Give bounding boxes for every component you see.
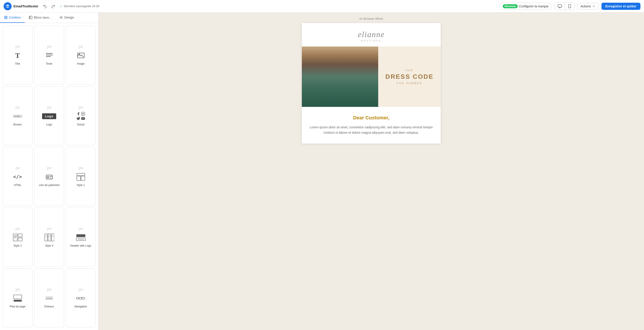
mobile-view-button[interactable] [565,3,574,10]
design-icon [59,16,63,19]
email-preview: elianne BOUTIQUE OUR DRESS CODE FOR SUMM… [302,23,441,144]
undo-redo-area [41,2,57,10]
drag-handle [79,289,83,292]
hero-text-panel: OUR DRESS CODE FOR SUMMER [378,46,441,107]
logo-label: Logo [46,123,52,126]
left-panel: Contenu Blocs sauv... Design T [0,12,98,330]
navigation-icon [76,294,86,303]
style1-label: Style 1 [76,183,85,187]
drag-handle [47,167,51,170]
block-lien-paiement[interactable]: Lien de paiement [34,147,64,206]
svg-rect-28 [18,238,22,241]
tab-bar: Contenu Blocs sauv... Design [0,12,98,23]
texte-icon [45,51,53,60]
main-area: Contenu Blocs sauv... Design T [0,12,644,330]
block-html[interactable]: </> HTML [3,147,32,206]
block-titre[interactable]: T Titre [3,26,32,85]
block-logo[interactable]: Logo Logo [34,86,64,145]
device-toggle [555,2,574,10]
svg-rect-24 [77,176,80,180]
canvas-area: Im Browser öffnen elianne BOUTIQUE OUR [98,12,644,330]
svg-rect-41 [14,295,22,299]
actions-label: Actions [581,4,591,8]
svg-rect-33 [48,234,51,241]
diviseur-icon [45,294,54,303]
svg-rect-21 [47,177,49,178]
browser-link[interactable]: Im Browser öffnen [360,17,383,20]
block-navigation[interactable]: Navigation [66,269,96,327]
drag-handle [47,228,51,231]
titre-label: Titre [15,62,20,65]
diviseur-label: Diviseur [44,305,54,308]
save-status: ✓ Dernière sauvegarde 16:28 [60,4,99,8]
tab-design[interactable]: Design [55,12,78,23]
topbar: EmailTooltester ✓ Dernière sauvegarde 16… [0,0,644,12]
drag-handle [79,46,83,49]
tab-contenu[interactable]: Contenu [0,12,25,23]
email-hero: OUR DRESS CODE FOR SUMMER [302,46,441,107]
hero-big: DRESS CODE [385,73,434,80]
block-header-logo[interactable]: Header with Logo [66,208,96,267]
brand-name: elianne [358,30,385,39]
bouton-label: Bouton [13,123,22,126]
style2-label: Style 2 [14,244,22,247]
style3-label: Style 3 [45,244,53,247]
block-style2[interactable]: Style 2 [3,208,32,267]
logo-icon: Logo [42,112,56,121]
drag-handle [16,167,20,170]
actions-button[interactable]: Actions [577,3,599,10]
drag-handle [79,167,83,170]
titre-icon: T [15,51,20,60]
svg-rect-26 [13,234,17,241]
brand-btn-label: Configurer la marque [519,4,548,8]
block-style1[interactable]: Style 1 [66,147,96,206]
save-check-icon: ✓ [60,4,62,8]
image-label: Image [77,62,84,65]
svg-rect-27 [18,234,22,237]
navigation-label: Navigation [74,305,87,308]
svg-rect-1 [558,4,562,7]
svg-point-9 [61,17,62,18]
drag-handle [47,107,51,110]
block-texte[interactable]: Texte [34,26,64,85]
tab-blocs-label: Blocs sauv... [34,16,51,19]
html-label: HTML [14,183,21,187]
configure-brand-button[interactable]: Nouveau Configurer la marque [499,3,552,10]
pied-page-label: Pied de page [10,305,26,308]
email-body-text: Lorem ipsum dolor sit amet, consetetur s… [308,125,434,136]
block-social[interactable]: Social [66,86,96,145]
undo-button[interactable] [41,2,48,10]
texte-label: Texte [46,62,52,65]
svg-rect-6 [6,18,7,19]
block-image[interactable]: Image [66,26,96,85]
social-icon [76,112,85,121]
svg-rect-20 [46,175,52,179]
svg-rect-38 [76,234,85,237]
drag-handle [79,107,83,110]
contenu-icon [4,16,8,19]
pied-page-icon [13,294,22,303]
block-style3[interactable]: Style 3 [34,208,64,267]
chevron-down-icon [592,5,596,8]
svg-rect-42 [14,300,22,302]
svg-rect-47 [79,297,82,299]
block-diviseur[interactable]: Diviseur [34,269,64,327]
drag-handle [79,228,83,231]
hero-small: OUR [406,69,413,72]
lien-paiement-icon [45,172,53,181]
block-pied-page[interactable]: Pied de page [3,269,32,327]
svg-rect-32 [45,234,48,241]
save-quit-button[interactable]: Enregistrer et quitter [602,3,640,10]
header-logo-label: Header with Logo [70,244,91,247]
app-logo-area: EmailTooltester [4,2,38,10]
tab-contenu-label: Contenu [9,16,21,19]
hero-sub: FOR SUMMER [396,82,422,85]
block-bouton[interactable]: Bouton [3,86,32,145]
tab-blocs[interactable]: Blocs sauv... [25,12,55,23]
blocks-grid: T Titre Texte [0,23,98,330]
style1-icon [76,172,85,181]
redo-button[interactable] [50,2,57,10]
svg-point-0 [4,2,12,10]
svg-rect-34 [52,234,54,241]
desktop-view-button[interactable] [555,3,565,10]
